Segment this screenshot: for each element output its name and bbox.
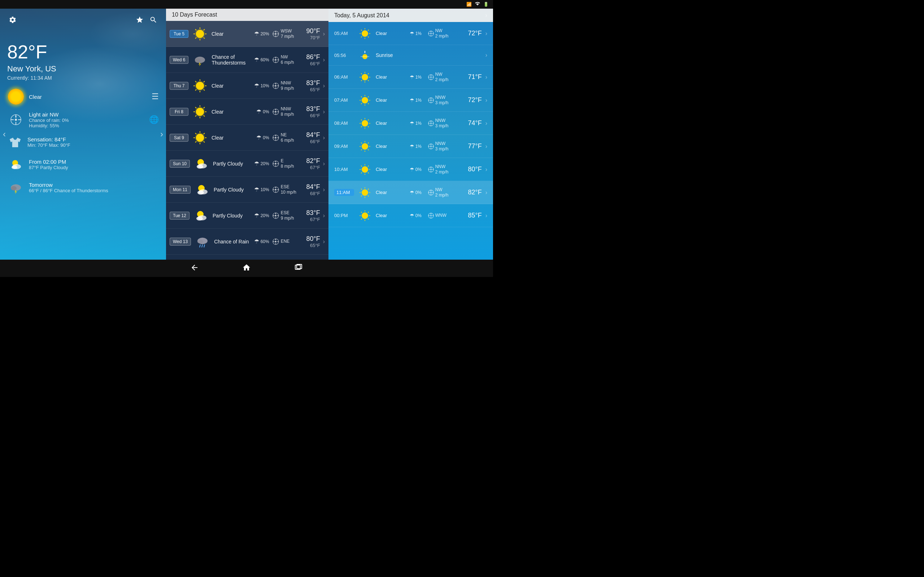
current-temperature: 82°F: [7, 41, 159, 63]
forecast-arrow-icon: ›: [323, 161, 325, 167]
forecast-row[interactable]: Wed 6 Chance of Thunderstorms ☂ 60% 2 NW…: [166, 47, 328, 73]
compass-icon: 2: [272, 134, 279, 141]
wind-direction: NE6 mp/h: [281, 132, 294, 143]
hourly-time: 06:AM: [334, 74, 354, 80]
forecast-temps: 84°F 66°F: [300, 131, 320, 144]
svg-line-258: [361, 212, 362, 213]
svg-line-82: [204, 133, 205, 134]
forecast-high: 90°F: [300, 27, 320, 35]
recent-apps-button[interactable]: [294, 263, 303, 274]
hourly-arrow-icon: ›: [485, 97, 487, 103]
forecast-weather-icon: [191, 51, 208, 69]
compass-icon: 2: [272, 212, 279, 219]
favorite-button[interactable]: [134, 15, 145, 27]
svg-line-165: [361, 80, 362, 81]
forecast-low: 66°F: [300, 113, 320, 118]
hourly-temperature: 82°F: [460, 189, 482, 196]
forecast-condition: Chance of Thunderstorms: [212, 54, 251, 66]
forecast-row[interactable]: Fri 8 Clear ☂ 0%: [166, 99, 328, 125]
compass-icon-sm: [428, 30, 434, 37]
condition-icon: [7, 88, 24, 105]
globe-icon[interactable]: 🌐: [149, 115, 159, 124]
hourly-row[interactable]: 10:AM Clear ☂ 0%: [328, 158, 493, 181]
svg-point-105: [197, 190, 204, 194]
hourly-rain-percent: 0%: [415, 190, 422, 195]
tomorrow-label: Tomorrow: [29, 182, 159, 188]
svg-point-189: [362, 120, 368, 127]
current-weather-panel: ‹ ›: [0, 9, 166, 259]
wind-direction: NNW8 mp/h: [281, 106, 294, 117]
hourly-row[interactable]: 00:PM Clear ☂ 0%: [328, 204, 493, 227]
list-icon[interactable]: ☰: [152, 92, 159, 102]
nav-left-button[interactable]: ‹: [3, 129, 6, 139]
hourly-row[interactable]: 05:AM Clear ☂ 1%: [328, 22, 493, 45]
wind-direction: ESE9 mp/h: [281, 210, 294, 221]
home-button[interactable]: [242, 263, 251, 274]
svg-line-145: [368, 29, 368, 30]
svg-text:2: 2: [275, 136, 276, 139]
compass-icon: 2: [272, 160, 279, 167]
settings-button[interactable]: [7, 15, 18, 27]
hourly-temperature: 72°F: [460, 96, 482, 104]
hourly-rain-percent: 1%: [415, 75, 422, 80]
hourly-temperature: 74°F: [460, 119, 482, 127]
umbrella-icon: ☂: [254, 30, 259, 37]
hourly-rain-percent: 0%: [415, 213, 422, 218]
rain-percent: 0%: [263, 135, 269, 140]
rain-percent: 60%: [261, 239, 269, 244]
forecast-condition: Partly Cloudy: [213, 213, 251, 219]
forecast-temps: 86°F 66°F: [300, 53, 320, 66]
wind-direction: NW6 mp/h: [281, 55, 294, 65]
partly-cloudy-icon: [7, 156, 24, 173]
wind-direction: WSW7 mp/h: [281, 29, 294, 39]
svg-line-178: [361, 96, 362, 97]
svg-line-49: [195, 89, 196, 90]
hourly-weather-icon: [358, 116, 372, 131]
forecast-row[interactable]: Sat 9 Clear ☂ 0%: [166, 125, 328, 151]
forecast-low: 67°F: [300, 217, 320, 222]
hourly-wind-text: NNW3 mp/h: [435, 141, 449, 152]
forecast-row[interactable]: Tue 5 Clear ☂ 20%: [166, 21, 328, 47]
rain-percent: 20%: [261, 213, 269, 218]
hourly-wind-text: WNW: [435, 213, 446, 218]
ten-day-forecast-panel: 10 Days Forecast Tue 5 Clear ☂ 20%: [166, 9, 328, 259]
forecast-row[interactable]: Thu 7 Clear ☂ 10%: [166, 73, 328, 99]
svg-line-18: [195, 29, 196, 30]
hourly-time: 11:AM: [334, 189, 354, 196]
hourly-time: 07:AM: [334, 97, 354, 103]
forecast-rain: ☂ 0%: [256, 108, 269, 115]
hourly-row[interactable]: 09:AM Clear ☂ 1%: [328, 135, 493, 158]
navigation-bar: [0, 259, 493, 277]
compass-icon: 2: [272, 186, 279, 193]
umbrella-icon: ☂: [410, 74, 414, 80]
forecast-arrow-icon: ›: [323, 82, 325, 89]
hourly-condition: Clear: [376, 74, 406, 80]
forecast-row[interactable]: Wed 13 Chance of Rain ☂ 60% 2 ENE: [166, 229, 328, 255]
today-header-arrow[interactable]: ›: [485, 11, 487, 19]
back-button[interactable]: [190, 263, 199, 274]
nav-right-button[interactable]: ›: [160, 129, 163, 139]
hourly-row[interactable]: 07:AM Clear ☂ 1%: [328, 89, 493, 112]
svg-text:2: 2: [275, 162, 276, 164]
svg-point-11: [11, 186, 16, 190]
forecast-condition: Chance of Rain: [214, 239, 251, 245]
svg-line-180: [368, 96, 368, 97]
hourly-row[interactable]: 11:AM Clear ☂ 0%: [328, 181, 493, 204]
forecast-row[interactable]: Mon 11 Partly Cloudy ☂ 10% 2 ESE10 mp/h: [166, 177, 328, 203]
svg-point-173: [362, 97, 368, 103]
search-button[interactable]: [148, 15, 159, 27]
forecast-row[interactable]: Sun 10 Partly Cloudy ☂ 20% 2 E8 mp/h: [166, 151, 328, 177]
svg-text:2: 2: [275, 58, 276, 61]
forecast-row[interactable]: Tue 12 Partly Cloudy ☂ 20% 2 ESE9 mp/h: [166, 203, 328, 229]
forecast-wind: 2 ESE9 mp/h: [272, 210, 297, 221]
hourly-row[interactable]: 08:AM Clear ☂ 1%: [328, 112, 493, 135]
hourly-wind: NW2 mp/h: [428, 187, 457, 198]
hourly-row[interactable]: 06:AM Clear ☂ 1%: [328, 66, 493, 89]
forecast-arrow-icon: ›: [323, 239, 325, 245]
svg-line-80: [195, 133, 196, 134]
status-bar: 📶 🔋: [0, 0, 493, 9]
forecast-weather-icon: [191, 25, 208, 43]
hourly-rain: ☂ 1%: [410, 31, 424, 36]
sunrise-time: 05:56: [334, 53, 354, 58]
rain-chance-label: Chance of rain: 0%: [29, 118, 145, 123]
